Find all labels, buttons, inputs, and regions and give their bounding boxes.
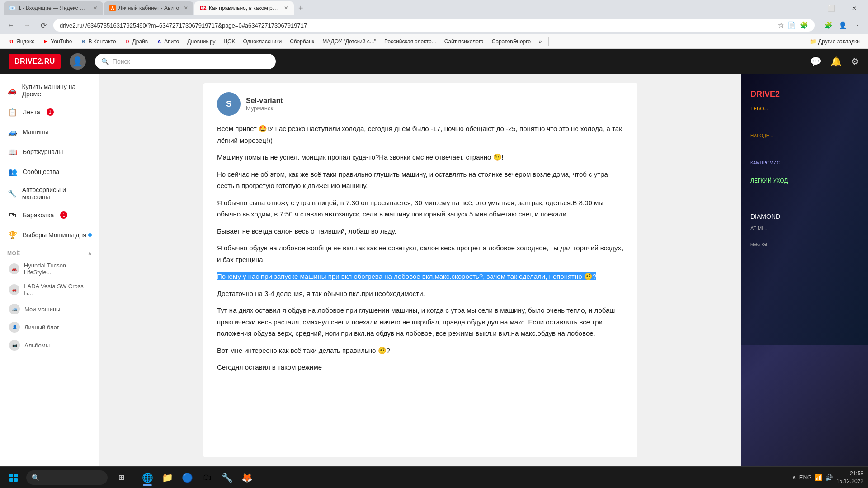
tray-arrow-icon[interactable]: ∧ [792,474,797,481]
sidebar-sub-my-cars[interactable]: 🚙 Мои машины [0,300,99,318]
bookmark-yandex[interactable]: Я Яндекс [5,38,38,46]
address-icons: ☆ 📄 🧩 [778,21,808,29]
sidebar-sub-blog[interactable]: 👤 Личный блог [0,318,99,336]
svg-text:НАРОДН...: НАРОДН... [750,133,773,138]
bookmark-more-label: » [539,38,542,45]
system-tray: ∧ ENG 📶 🔊 21:58 15.12.2022 [792,470,863,485]
albums-icon: 📷 [9,340,20,351]
article-text: Всем привет 🤩!У нас резко наступили холо… [217,123,624,373]
sidebar-item-car-of-day[interactable]: 🏆 Выборы Машины дня [0,225,99,245]
sidebar-item-buy-car[interactable]: 🚗 Купить машину на Дроме [0,79,99,102]
svg-text:ЛЁГКИЙ УХОД: ЛЁГКИЙ УХОД [750,177,788,184]
bookmark-madou[interactable]: МАДОУ "Детский с..." [319,38,380,46]
author-row: S Sel-variant Мурманск [217,92,624,116]
tab-inbox[interactable]: 📧 1 · Входящие — Яндекс Почта ✕ [4,1,103,15]
para-2: Машину помыть не успел, мойщик пропал ку… [217,151,624,163]
tool-icon: 🔧 [222,472,233,483]
user-avatar[interactable]: 👤 [70,53,86,70]
bookmark-more[interactable]: » [535,38,546,46]
taskbar-apps: 🌐 📁 🔵 🗂 🔧 🦊 [138,468,256,488]
feed-badge: 1 [47,108,54,116]
bookmark-label-sber: Сбербанк [290,38,314,45]
bookmark-avito[interactable]: A Авито [152,38,183,46]
bookmark-ok[interactable]: Одноклассники [240,38,286,46]
search-icon: 🔍 [101,58,109,65]
bookmark-vk[interactable]: В В Контакте [77,38,120,46]
my-cars-icon: 🚙 [9,304,20,314]
bookmark-sber[interactable]: Сбербанк [286,38,318,46]
tab-favicon-drive2: D2 [200,5,206,11]
tab-close-inbox[interactable]: ✕ [93,5,98,11]
sidebar-sub-lada[interactable]: 🚗 LADA Vesta SW Cross Б... [0,279,99,300]
para-9: Тут на днях оставил я обдув на лобовое п… [217,305,624,339]
profile-button[interactable]: 👤 [836,19,849,32]
sidebar-section-chevron[interactable]: ∧ [88,250,92,257]
browser-app2[interactable]: 🔵 [178,468,196,488]
tool-app[interactable]: 🔧 [218,468,236,488]
cars-icon: 🚙 [7,127,18,137]
para-7-highlighted[interactable]: Почему у нас при запуске машины при вкл … [217,271,624,282]
sidebar-sub-albums[interactable]: 📷 Альбомы [0,336,99,354]
bookmark-russia[interactable]: Российская электр... [381,38,440,46]
car-of-day-icon: 🏆 [7,230,18,240]
tab-avito[interactable]: A Личный кабинет - Авито ✕ [104,1,193,15]
explorer-app[interactable]: 📁 [158,468,176,488]
sidebar: 🚗 Купить машину на Дроме 📋 Лента 1 🚙 Маш… [0,74,99,466]
bookmark-tsok[interactable]: ЦОК [220,38,239,46]
start-button[interactable] [5,469,23,487]
article-area: S Sel-variant Мурманск Всем привет 🤩!У н… [99,74,741,466]
sidebar-item-feed-label: Лента [23,108,40,116]
menu-button[interactable]: ⋮ [851,19,863,32]
sidebar-item-communities[interactable]: 👥 Сообщества [0,162,99,182]
minimize-button[interactable]: — [798,1,819,15]
photo-app[interactable]: 🦊 [238,468,256,488]
other-bookmarks[interactable]: 📁 Другие закладки [806,38,863,46]
svg-text:КАМПРОМИС...: КАМПРОМИС... [750,160,783,165]
reload-button[interactable]: ⟳ [37,19,50,32]
bookmark-label-youtube: YouTube [51,38,72,45]
sidebar-sub-tucson[interactable]: 🚗 Hyundai Tucson LifeStyle... [0,258,99,279]
tab-close-avito[interactable]: ✕ [184,5,188,11]
bookmark-drive[interactable]: D Драйв [121,38,152,46]
volume-icon[interactable]: 🔊 [825,474,833,481]
reader-icon[interactable]: 📄 [788,21,796,29]
sidebar-item-flea-market[interactable]: 🛍 Барахолка 1 [0,205,99,225]
maximize-button[interactable]: ⬜ [821,1,842,15]
bookmark-youtube[interactable]: ▶ YouTube [39,38,75,46]
tab-close-drive2[interactable]: ✕ [284,5,288,11]
notifications-icon[interactable]: 🔔 [830,56,842,67]
sidebar-item-feed[interactable]: 📋 Лента 1 [0,102,99,122]
sidebar-item-services[interactable]: 🔧 Автосервисы и магазины [0,182,99,205]
files-app[interactable]: 🗂 [198,468,216,488]
forward-button[interactable]: → [21,19,33,32]
bookmark-psych[interactable]: Сайт психолога [441,38,487,46]
back-button[interactable]: ← [5,19,17,32]
bookmark-label-drive: Драйв [132,38,148,45]
search-box[interactable]: 🔍 Поиск [95,54,276,69]
taskbar-search[interactable]: 🔍 [26,470,108,485]
extension-icon[interactable]: 🧩 [800,21,808,29]
bookmark-star-icon[interactable]: ☆ [778,21,784,29]
close-button[interactable]: ✕ [844,1,864,15]
messages-icon[interactable]: 💬 [810,56,821,67]
new-tab-button[interactable]: + [295,4,307,13]
extensions-button[interactable]: 🧩 [822,19,835,32]
bookmark-dnevnik[interactable]: Дневник.ру [184,38,219,46]
sidebar-item-cars[interactable]: 🚙 Машины [0,122,99,142]
avito-icon: A [156,38,162,45]
sidebar-item-communities-label: Сообщества [23,168,59,175]
task-view-button[interactable]: ⊞ [111,468,131,488]
para-3: Но сейчас не об этом, как же всё таки пр… [217,169,624,192]
bookmark-saratov[interactable]: СаратовЭнерго [488,38,534,46]
chrome-app[interactable]: 🌐 [138,468,156,488]
site-logo[interactable]: DRIVE2.RU [9,54,61,69]
settings-icon[interactable]: ⚙ [851,56,859,67]
para-5: Бывает не всегда салон весь оттаивший, л… [217,225,624,237]
tab-drive2[interactable]: D2 Как правильно, в каком режим... ✕ [194,1,294,15]
sidebar-sub-my-cars-label: Мои машины [24,306,60,313]
tray-lang-label: ENG [799,474,812,481]
address-input[interactable]: drive2.ru/l/634573516317925490/?m=634727… [53,19,815,32]
taskbar: 🔍 ⊞ 🌐 📁 🔵 🗂 🔧 🦊 [0,466,868,488]
sidebar-item-journals[interactable]: 📖 Бортжурналы [0,142,99,162]
tab-title-inbox: 1 · Входящие — Яндекс Почта [18,5,89,11]
